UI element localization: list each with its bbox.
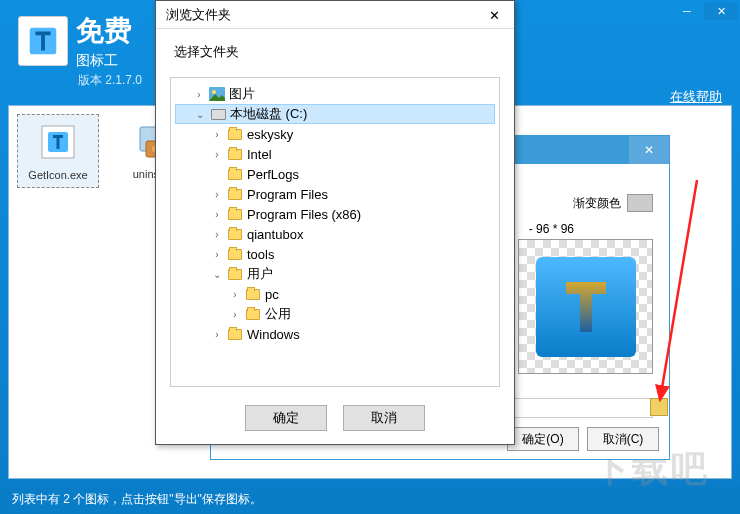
tree-label: Program Files (x86) <box>247 207 361 222</box>
tree-row[interactable]: ›Program Files (x86) <box>175 204 495 224</box>
tree-label: Windows <box>247 327 300 342</box>
export-close-button[interactable]: ✕ <box>629 136 669 164</box>
browse-instruction: 选择文件夹 <box>156 29 514 69</box>
tree-row[interactable]: ›eskysky <box>175 124 495 144</box>
browse-folder-button[interactable] <box>650 398 668 416</box>
folder-icon <box>227 206 243 222</box>
chevron-right-icon[interactable]: › <box>211 329 223 340</box>
tree-row[interactable]: ⌄用户 <box>175 264 495 284</box>
tree-row[interactable]: ⌄本地磁盘 (C:) <box>175 104 495 124</box>
folder-icon <box>227 226 243 242</box>
chevron-right-icon[interactable]: › <box>211 249 223 260</box>
pictures-icon <box>209 86 225 102</box>
tree-label: eskysky <box>247 127 293 142</box>
status-bar: 列表中有 2 个图标，点击按钮"导出"保存图标。 <box>0 484 740 514</box>
folder-icon <box>227 166 243 182</box>
app-title: 免费 <box>76 12 132 50</box>
export-ok-button[interactable]: 确定(O) <box>507 427 579 451</box>
exe-icon <box>37 121 79 163</box>
chevron-right-icon[interactable]: › <box>193 89 205 100</box>
help-link[interactable]: 在线帮助 <box>670 88 722 106</box>
export-cancel-button[interactable]: 取消(C) <box>587 427 659 451</box>
chevron-right-icon[interactable]: › <box>211 129 223 140</box>
tree-row[interactable]: ›tools <box>175 244 495 264</box>
color-swatch[interactable] <box>627 194 653 212</box>
browse-close-button[interactable]: ✕ <box>474 1 514 29</box>
chevron-right-icon[interactable]: › <box>229 289 241 300</box>
tree-label: 本地磁盘 (C:) <box>230 105 307 123</box>
tree-row[interactable]: ›pc <box>175 284 495 304</box>
tree-label: 公用 <box>265 305 291 323</box>
folder-icon <box>227 246 243 262</box>
tree-row[interactable]: ›图片 <box>175 84 495 104</box>
browse-cancel-button[interactable]: 取消 <box>343 405 425 431</box>
chevron-right-icon[interactable]: › <box>211 189 223 200</box>
close-button[interactable]: ✕ <box>704 2 738 20</box>
tree-row[interactable]: ›Intel <box>175 144 495 164</box>
chevron-right-icon[interactable]: › <box>211 229 223 240</box>
tree-row[interactable]: ›公用 <box>175 304 495 324</box>
minimize-button[interactable]: ─ <box>670 2 704 20</box>
svg-point-8 <box>212 90 216 94</box>
chevron-right-icon[interactable]: › <box>229 309 241 320</box>
tree-row[interactable]: PerfLogs <box>175 164 495 184</box>
browse-ok-button[interactable]: 确定 <box>245 405 327 431</box>
folder-icon <box>227 266 243 282</box>
folder-icon <box>227 126 243 142</box>
disk-icon <box>210 106 226 122</box>
tree-label: Intel <box>247 147 272 162</box>
folder-tree[interactable]: ›图片⌄本地磁盘 (C:)›eskysky›IntelPerfLogs›Prog… <box>170 77 500 387</box>
tree-label: pc <box>265 287 279 302</box>
chevron-right-icon[interactable]: › <box>211 149 223 160</box>
chevron-down-icon[interactable]: ⌄ <box>194 109 206 120</box>
tree-label: 用户 <box>247 265 273 283</box>
folder-icon <box>245 286 261 302</box>
tree-label: tools <box>247 247 274 262</box>
version-label: 版本 2.1.7.0 <box>78 72 142 89</box>
tree-row[interactable]: ›Program Files <box>175 184 495 204</box>
file-name: GetIcon.exe <box>20 169 96 181</box>
chevron-down-icon[interactable]: ⌄ <box>211 269 223 280</box>
icon-preview <box>518 239 653 374</box>
path-input[interactable] <box>511 398 653 418</box>
tree-row[interactable]: ›Windows <box>175 324 495 344</box>
tree-row[interactable]: ›qiantubox <box>175 224 495 244</box>
browse-folder-dialog: 浏览文件夹 ✕ 选择文件夹 ›图片⌄本地磁盘 (C:)›eskysky›Inte… <box>155 0 515 445</box>
folder-icon <box>227 326 243 342</box>
browse-dialog-title: 浏览文件夹 ✕ <box>156 1 514 29</box>
chevron-right-icon[interactable]: › <box>211 209 223 220</box>
folder-icon <box>227 186 243 202</box>
size-label: - 96 * 96 <box>529 222 574 236</box>
app-logo-icon <box>18 16 68 66</box>
tree-label: Program Files <box>247 187 328 202</box>
tree-label: qiantubox <box>247 227 303 242</box>
folder-icon <box>227 146 243 162</box>
gradient-label: 渐变颜色 <box>573 195 621 212</box>
folder-icon <box>245 306 261 322</box>
tree-label: 图片 <box>229 85 255 103</box>
tree-label: PerfLogs <box>247 167 299 182</box>
app-subtitle: 图标工 <box>76 52 132 70</box>
file-item[interactable]: GetIcon.exe <box>17 114 99 188</box>
